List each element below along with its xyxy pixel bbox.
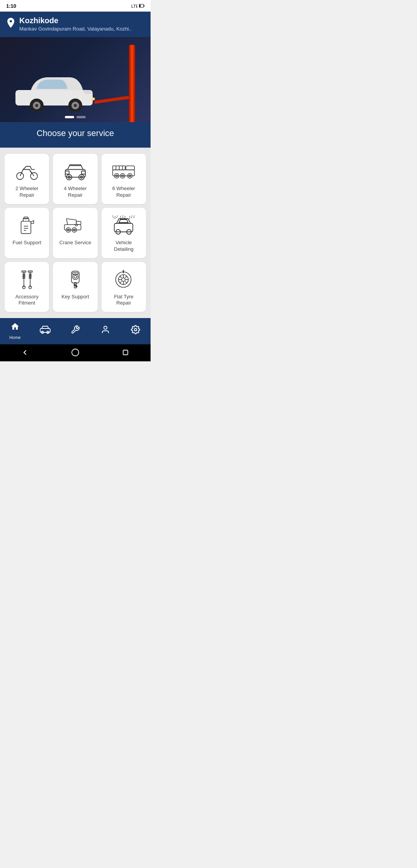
svg-point-65	[116, 272, 131, 287]
banner-image	[0, 37, 151, 122]
svg-rect-19	[65, 171, 69, 174]
banner-dots	[65, 116, 86, 118]
svg-rect-63	[76, 286, 77, 287]
svg-point-83	[72, 349, 79, 356]
service-card-two-wheeler[interactable]: 2 WheelerRepair	[5, 154, 49, 204]
bottom-nav: Home	[0, 318, 151, 344]
nav-tools[interactable]	[64, 325, 87, 337]
service-card-accessory-fitment[interactable]: AccessoryFitment	[5, 262, 49, 312]
svg-point-11	[90, 97, 95, 100]
svg-rect-20	[81, 171, 85, 174]
home-icon	[10, 322, 20, 334]
service-card-fuel-support[interactable]: Fuel Support	[5, 208, 49, 258]
vehicle-detailing-label: VehicleDetailing	[114, 240, 134, 253]
home-button[interactable]	[70, 347, 81, 358]
six-wheeler-label: 6 WheelerRepair	[112, 186, 135, 199]
car-icon	[40, 325, 51, 336]
nav-car[interactable]	[34, 325, 57, 336]
crane-service-icon	[64, 216, 87, 235]
crane-service-label: Crane Service	[59, 240, 91, 246]
two-wheeler-icon	[15, 162, 39, 181]
service-card-crane-service[interactable]: Crane Service	[53, 208, 97, 258]
service-card-four-wheeler[interactable]: 4 WheelerRepair	[53, 154, 97, 204]
svg-line-41	[66, 219, 76, 220]
header: Kozhikode Mankav Govindapuram Road, Vala…	[0, 12, 151, 37]
vehicle-detailing-icon	[112, 216, 135, 235]
svg-marker-77	[122, 270, 124, 271]
lift-pole	[129, 45, 135, 122]
four-wheeler-label: 4 WheelerRepair	[64, 186, 86, 199]
svg-rect-22	[126, 166, 134, 170]
svg-point-10	[74, 104, 77, 107]
nav-home[interactable]: Home	[3, 322, 27, 340]
svg-point-81	[104, 326, 107, 329]
svg-point-60	[74, 275, 76, 278]
four-wheeler-icon	[64, 162, 87, 181]
two-wheeler-label: 2 WheelerRepair	[15, 186, 38, 199]
svg-rect-2	[144, 5, 145, 7]
profile-icon	[101, 325, 110, 337]
banner-scene	[0, 37, 151, 122]
key-support-icon	[64, 270, 87, 289]
status-icons: LTE LTE	[131, 3, 144, 9]
fuel-support-icon	[15, 216, 39, 235]
svg-rect-34	[24, 217, 28, 219]
service-title: Choose your service	[0, 128, 151, 138]
svg-rect-38	[64, 225, 81, 230]
banner-container: Choose your service	[0, 37, 151, 148]
services-grid: 2 WheelerRepair 4 WheelerRepair	[0, 148, 151, 318]
svg-rect-33	[21, 221, 31, 233]
service-card-six-wheeler[interactable]: 6 WheelerRepair	[102, 154, 146, 204]
nav-home-label: Home	[9, 335, 20, 340]
header-text: Kozhikode Mankav Govindapuram Road, Vala…	[19, 16, 132, 32]
flat-tyre-label: Flat TyreRepair	[114, 294, 133, 307]
svg-line-75	[120, 281, 122, 283]
svg-rect-39	[76, 221, 81, 225]
svg-point-82	[134, 328, 137, 331]
accessory-fitment-label: AccessoryFitment	[15, 294, 39, 307]
recents-button[interactable]	[120, 347, 131, 358]
svg-line-74	[125, 276, 127, 278]
svg-line-72	[120, 276, 122, 278]
svg-rect-47	[114, 223, 133, 232]
svg-text:LTE LTE: LTE LTE	[131, 4, 137, 9]
service-card-vehicle-detailing[interactable]: VehicleDetailing	[102, 208, 146, 258]
fuel-support-label: Fuel Support	[12, 240, 41, 246]
car-illustration	[8, 73, 100, 111]
dot-2[interactable]	[76, 116, 86, 118]
dot-1[interactable]	[65, 116, 74, 118]
tools-icon	[71, 325, 80, 337]
settings-icon	[131, 325, 140, 337]
android-nav-bar	[0, 344, 151, 361]
flat-tyre-icon	[112, 270, 135, 289]
nav-settings[interactable]	[124, 325, 147, 337]
header-address: Mankav Govindapuram Road, Valayanadu, Ko…	[19, 26, 132, 32]
key-support-label: Key Support	[61, 294, 89, 300]
svg-point-59	[73, 274, 78, 279]
svg-line-73	[125, 281, 127, 283]
svg-rect-84	[123, 350, 128, 355]
accessory-fitment-icon	[15, 270, 39, 289]
svg-line-40	[66, 219, 68, 225]
header-city: Kozhikode	[19, 16, 132, 25]
service-section-header: Choose your service	[0, 122, 151, 148]
svg-point-67	[122, 277, 125, 281]
nav-profile[interactable]	[94, 325, 117, 337]
svg-rect-23	[113, 166, 125, 170]
service-card-flat-tyre[interactable]: Flat TyreRepair	[102, 262, 146, 312]
svg-point-7	[35, 104, 38, 107]
svg-rect-64	[73, 272, 78, 274]
battery-icon	[139, 3, 144, 8]
status-time: 1:10	[6, 3, 16, 9]
back-button[interactable]	[20, 347, 31, 358]
status-bar: 1:10 LTE LTE	[0, 0, 151, 12]
six-wheeler-icon	[112, 162, 135, 181]
location-icon	[6, 17, 15, 30]
svg-rect-62	[74, 284, 76, 286]
svg-rect-3	[139, 5, 141, 7]
signal-icon: LTE LTE	[131, 3, 137, 9]
service-card-key-support[interactable]: Key Support	[53, 262, 97, 312]
